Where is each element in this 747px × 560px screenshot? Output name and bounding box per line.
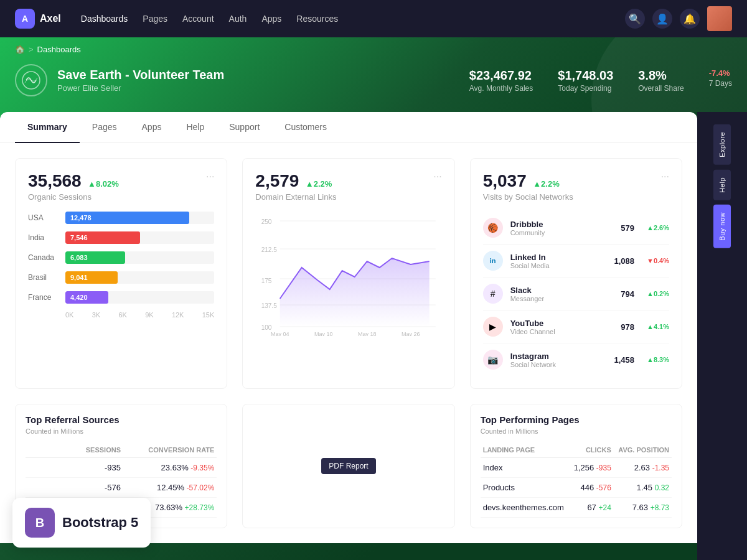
instagram-icon: 📷 — [483, 350, 503, 370]
instagram-info: Instagram Social Network — [510, 352, 607, 368]
svg-text:May 04: May 04 — [271, 331, 289, 336]
nav-account[interactable]: Account — [182, 14, 214, 24]
avatar[interactable] — [707, 6, 732, 31]
help-button[interactable]: Help — [713, 170, 731, 200]
bar-row-france: France 4,420 — [28, 291, 214, 304]
sessions-menu[interactable]: ··· — [206, 171, 214, 182]
bar-fill-canada: 6,083 — [65, 251, 125, 264]
links-value: 2,579 — [255, 171, 299, 190]
col-conversion: CONVERSION RATE — [123, 442, 217, 458]
pages-header: Top Performing Pages — [481, 414, 672, 425]
social-row-dribbble: 🏀 Dribbble Community 579 ▲2.6% — [483, 212, 669, 245]
nav-links: Dashboards Pages Account Auth Apps Resou… — [81, 14, 625, 24]
metric-header-social: 5,037 ▲2.2% Visits by Social Networks ··… — [483, 171, 669, 202]
brand[interactable]: A Axel — [15, 9, 61, 29]
right-sidebar: Explore Help Buy now — [697, 112, 747, 560]
hero-title: Save Earth - Volunteer Team — [57, 68, 224, 82]
hero-stat-days-change: -7.4% — [709, 68, 732, 78]
bootstrap-text: Bootstrap 5 — [62, 515, 138, 531]
cell-sessions-2: -576 — [70, 478, 123, 498]
explore-button[interactable]: Explore — [713, 124, 731, 165]
referral-header: Top Referral Sources — [26, 414, 217, 425]
buy-now-button[interactable]: Buy now — [713, 205, 731, 248]
table-row: Index 1,256 -935 2.63 -1.35 — [481, 458, 672, 478]
referral-title: Top Referral Sources — [26, 414, 120, 425]
nav-resources[interactable]: Resources — [296, 14, 338, 24]
tab-pages[interactable]: Pages — [80, 112, 129, 143]
bar-label-canada: Canada — [28, 253, 59, 262]
tab-support[interactable]: Support — [217, 112, 272, 143]
bar-track-canada: 6,083 — [65, 251, 214, 264]
user-icon[interactable]: 👤 — [652, 9, 672, 29]
table-row: Products 446 -576 1.45 0.32 — [481, 478, 672, 498]
notification-icon[interactable]: 🔔 — [680, 9, 700, 29]
nav-apps[interactable]: Apps — [261, 14, 281, 24]
sessions-label: Organic Sessions — [28, 192, 119, 202]
metric-card-social: 5,037 ▲2.2% Visits by Social Networks ··… — [470, 158, 682, 389]
bar-row-usa: USA 12,478 — [28, 212, 214, 224]
hero-stats: $23,467.92 Avg. Monthly Sales $1,748.03 … — [469, 68, 732, 93]
cell-pos-1: 2.63 -1.35 — [614, 458, 672, 478]
tab-help[interactable]: Help — [174, 112, 217, 143]
hero: 🏠 > Dashboards S — [0, 37, 747, 112]
linkedin-icon: in — [483, 251, 503, 271]
social-list: 🏀 Dribbble Community 579 ▲2.6% — [483, 212, 669, 376]
hero-stat-spending: $1,748.03 Today Spending — [558, 68, 613, 93]
bootstrap-icon: B — [25, 508, 55, 538]
hero-stat-share: 3.8% Overall Share — [638, 68, 684, 93]
tab-customers[interactable]: Customers — [272, 112, 339, 143]
hero-stat-share-value: 3.8% — [638, 68, 684, 83]
instagram-change: ▲8.3% — [647, 356, 669, 363]
cell-source-1 — [26, 458, 70, 478]
pdf-report-button[interactable]: PDF Report — [321, 458, 375, 474]
white-panel: Summary Pages Apps Help Support Customer… — [0, 112, 697, 543]
instagram-type: Social Network — [510, 361, 607, 368]
hero-stat-share-label: Overall Share — [638, 84, 684, 93]
social-menu[interactable]: ··· — [661, 171, 669, 182]
axis-3k: 3K — [92, 311, 100, 319]
sessions-value: 35,568 — [28, 171, 82, 190]
nav-auth[interactable]: Auth — [229, 14, 247, 24]
search-icon[interactable]: 🔍 — [625, 9, 645, 29]
breadcrumb-home[interactable]: 🏠 — [15, 45, 25, 54]
brand-icon: A — [15, 9, 35, 29]
tab-apps[interactable]: Apps — [129, 112, 174, 143]
nav-dashboards[interactable]: Dashboards — [81, 14, 128, 24]
linkedin-info: Linked In Social Media — [510, 253, 607, 269]
referral-subtitle: Counted in Millions — [26, 427, 217, 435]
metric-header-sessions: 35,568 ▲8.02% Organic Sessions ··· — [28, 171, 214, 202]
hero-stat-sales-label: Avg. Monthly Sales — [469, 84, 533, 93]
metric-value-row-social: 5,037 ▲2.2% — [483, 171, 573, 191]
cell-page-3: devs.keenthemes.com — [481, 498, 570, 518]
hero-stat-spending-value: $1,748.03 — [558, 68, 613, 83]
table-row: -935 23.63% -9.35% — [26, 458, 217, 478]
line-chart: 250 212.5 175 137.5 100 — [255, 212, 441, 336]
pages-title: Top Performing Pages — [481, 414, 580, 425]
pages-table: LANDING PAGE CLICKS AVG. POSITION Index — [481, 442, 672, 518]
social-change: ▲2.2% — [533, 179, 560, 189]
youtube-name: YouTube — [510, 319, 614, 328]
cell-page-2: Products — [481, 478, 570, 498]
metric-value-row-links: 2,579 ▲2.2% — [255, 171, 336, 191]
bar-row-india: India 7,546 — [28, 231, 214, 244]
social-value: 5,037 — [483, 171, 527, 190]
tab-summary[interactable]: Summary — [15, 112, 80, 143]
navbar: A Axel Dashboards Pages Account Auth App… — [0, 0, 747, 37]
bar-row-brasil: Brasil 9,041 — [28, 271, 214, 284]
youtube-icon: ▶ — [483, 317, 503, 337]
nav-pages[interactable]: Pages — [143, 14, 167, 24]
metric-header-links: 2,579 ▲2.2% Domain External Links ··· — [255, 171, 441, 202]
bar-fill-brasil: 9,041 — [65, 271, 118, 284]
col-landing: LANDING PAGE — [481, 442, 570, 458]
links-menu[interactable]: ··· — [433, 171, 441, 182]
table-card-pages: Top Performing Pages Counted in Millions… — [470, 404, 682, 528]
hero-content: Save Earth - Volunteer Team Power Elite … — [15, 64, 732, 96]
linkedin-name: Linked In — [510, 253, 607, 262]
axis-0k: 0K — [65, 311, 73, 319]
bar-track-france: 4,420 — [65, 291, 214, 304]
axis-12k: 12K — [172, 311, 184, 319]
bar-label-india: India — [28, 233, 59, 242]
dribbble-icon: 🏀 — [483, 218, 503, 238]
cell-pos-3: 7.63 +8.73 — [614, 498, 672, 518]
youtube-type: Video Channel — [510, 328, 614, 335]
